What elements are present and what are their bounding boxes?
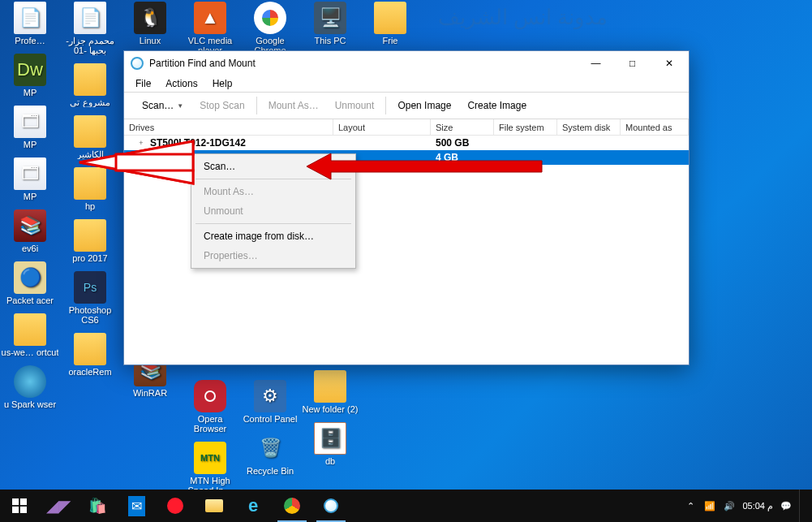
col-mountedas[interactable]: Mounted as — [621, 119, 689, 135]
ctx-scan[interactable]: Scan… — [194, 157, 353, 176]
svg-rect-4 — [12, 498, 19, 505]
svg-rect-6 — [12, 507, 19, 513]
toolbar-unmount: Unmount — [327, 93, 383, 119]
desktop-icon[interactable]: 🗔MP — [0, 156, 60, 206]
drive-name: ST500LT012-1DG142 — [145, 137, 333, 149]
col-systemdisk[interactable]: System disk — [557, 119, 621, 135]
taskbar-store[interactable]: 🛍️ — [78, 490, 117, 522]
opera-icon — [167, 498, 183, 514]
ctx-properties: Properties… — [194, 246, 353, 265]
svg-rect-5 — [20, 498, 27, 505]
taskbar-visualstudio[interactable]: ◢◤ — [39, 490, 78, 522]
tray-notifications-icon[interactable]: 💬 — [780, 499, 793, 512]
menu-help[interactable]: Help — [206, 76, 239, 91]
list-header: Drives Layout Size File system System di… — [124, 119, 689, 136]
drive-size: 500 GB — [431, 137, 494, 149]
desktop-icon[interactable]: ⚙Control Panel — [240, 378, 300, 429]
window-title: Partition Find and Mount — [149, 58, 256, 69]
mail-icon: ✉ — [128, 496, 145, 516]
separator — [195, 223, 351, 224]
toolbar-mount-as: Mount As… — [260, 93, 327, 119]
desktop-icon[interactable]: 🔵Packet acer — [0, 260, 60, 310]
taskbar: ◢◤ 🛍️ ✉ e ⌃ 📶 🔊 05:04 م 💬 — [0, 490, 812, 522]
visualstudio-icon: ◢◤ — [46, 496, 71, 516]
desktop-icon[interactable]: hp — [60, 166, 120, 216]
desktop-icon[interactable]: 🖥️This PC — [300, 0, 360, 50]
desktop-icon[interactable]: 📄Profe… — [0, 0, 60, 50]
desktop-icon[interactable]: 🗄️db — [300, 421, 360, 471]
desktop-icon[interactable]: PsPhotoshop CS6 — [60, 270, 120, 330]
desktop-icon[interactable]: الكاشير — [60, 114, 120, 164]
desktop-icon[interactable]: 🐧Linux — [120, 0, 180, 50]
tray-clock[interactable]: 05:04 م — [742, 501, 773, 511]
minimize-button[interactable]: — — [578, 52, 614, 75]
desktop-icon[interactable]: DwMP — [0, 52, 60, 102]
desktop-icon[interactable]: 📚ev6i — [0, 208, 60, 258]
menu-file[interactable]: File — [129, 76, 157, 91]
svg-rect-7 — [20, 507, 27, 513]
start-button[interactable] — [0, 490, 39, 522]
ctx-unmount: Unmount — [194, 201, 353, 221]
ctx-create-image[interactable]: Create image from disk… — [194, 226, 353, 246]
tray-volume-icon[interactable]: 🔊 — [723, 499, 736, 512]
drive-row[interactable]: + ST500LT012-1DG142 500 GB — [124, 136, 689, 150]
col-size[interactable]: Size — [431, 119, 494, 135]
col-filesystem[interactable]: File system — [494, 119, 557, 135]
titlebar[interactable]: Partition Find and Mount — □ ✕ — [124, 51, 689, 75]
taskbar-edge[interactable]: e — [234, 490, 273, 522]
desktop-icon[interactable]: Frie — [360, 0, 420, 50]
toolbar-open-image[interactable]: Open Image — [389, 93, 459, 119]
tray-network-icon[interactable]: 📶 — [703, 499, 716, 512]
separator — [195, 179, 351, 179]
desktop-icon[interactable]: مشروع تي — [60, 62, 120, 112]
dropdown-icon: ▼ — [177, 102, 183, 110]
col-drives[interactable]: Drives — [124, 119, 333, 135]
store-icon: 🛍️ — [88, 497, 106, 515]
taskbar-partitionfind[interactable] — [311, 490, 350, 522]
menubar: File Actions Help — [124, 75, 689, 92]
separator — [385, 97, 386, 114]
taskbar-chrome[interactable] — [273, 490, 311, 522]
expand-icon[interactable]: + — [137, 139, 145, 147]
desktop-icon[interactable]: 📄محمدم جزار-بحبها -01 — [60, 0, 120, 60]
taskbar-opera[interactable] — [156, 490, 195, 522]
desktop-icon[interactable]: us-we… ortcut — [0, 312, 60, 362]
separator — [256, 97, 257, 114]
edge-icon: e — [248, 495, 258, 516]
desktop-icon[interactable]: Opera Browser — [180, 378, 240, 438]
toolbar: Scan…▼ Stop Scan Mount As… Unmount Open … — [124, 92, 689, 119]
windows-icon — [12, 498, 27, 513]
close-button[interactable]: ✕ — [651, 52, 687, 75]
desktop-icon[interactable]: New folder (2) — [300, 369, 360, 419]
col-layout[interactable]: Layout — [333, 119, 431, 135]
tray-chevron-icon[interactable]: ⌃ — [684, 499, 697, 512]
system-tray: ⌃ 📶 🔊 05:04 م 💬 — [684, 490, 812, 522]
chrome-icon — [284, 498, 300, 514]
partitionfind-icon — [324, 498, 338, 513]
taskbar-explorer[interactable] — [195, 490, 234, 522]
show-desktop-button[interactable] — [799, 490, 804, 522]
taskbar-mail[interactable]: ✉ — [117, 490, 156, 522]
toolbar-scan[interactable]: Scan…▼ — [134, 93, 191, 119]
maximize-button[interactable]: □ — [614, 52, 651, 75]
expand-icon[interactable]: + — [137, 153, 145, 162]
app-icon — [131, 57, 144, 70]
desktop-icon[interactable]: oracleRem — [60, 331, 120, 382]
desktop-icon[interactable]: u Spark wser — [0, 364, 60, 414]
desktop-icon[interactable]: 🗔MP — [0, 104, 60, 154]
toolbar-create-image[interactable]: Create Image — [459, 93, 535, 119]
context-menu: Scan… Mount As… Unmount Create image fro… — [191, 153, 356, 269]
toolbar-stop-scan: Stop Scan — [191, 93, 252, 119]
desktop-icon[interactable]: 🗑️Recycle Bin — [240, 430, 300, 481]
drive-size: 4 GB — [431, 152, 494, 163]
menu-actions[interactable]: Actions — [159, 76, 204, 91]
desktop-icon[interactable]: pro 2017 — [60, 218, 120, 268]
ctx-mount-as: Mount As… — [194, 182, 353, 201]
folder-icon — [205, 499, 223, 512]
